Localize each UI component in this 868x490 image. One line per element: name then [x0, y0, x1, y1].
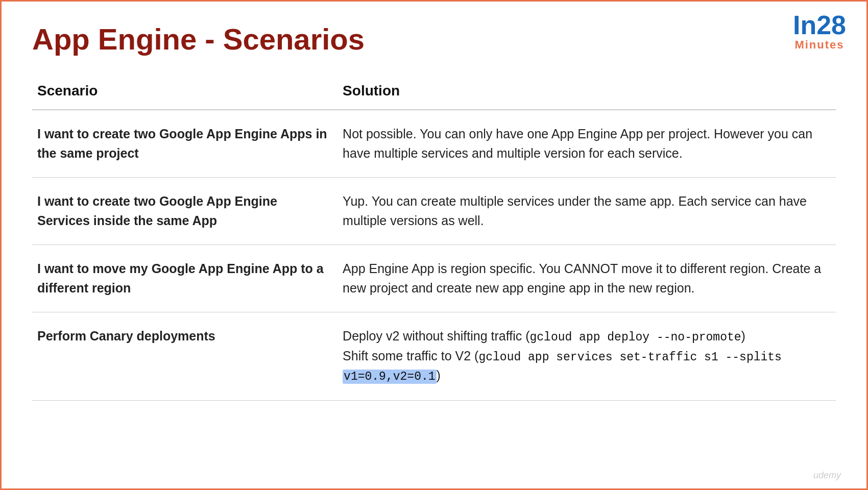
solution-highlight-splits: v1=0.9,v2=0.1 [343, 370, 436, 384]
solution-text-deploy: Deploy v2 without shifting traffic ( [343, 329, 529, 343]
table-row: I want to create two Google App Engine A… [32, 110, 836, 178]
brand-minutes: Minutes [793, 38, 846, 52]
solution-code-deploy: gcloud app deploy --no-promote [529, 331, 741, 344]
brand-logo: In28 Minutes [793, 12, 846, 52]
solution-cell-3: App Engine App is region specific. You C… [337, 245, 836, 312]
solution-text-close-paren2: ) [437, 368, 441, 382]
page-title: App Engine - Scenarios [32, 22, 836, 56]
col-header-scenario: Scenario [32, 77, 337, 110]
page-container: In28 Minutes App Engine - Scenarios Scen… [2, 2, 866, 488]
solution-text-close-paren: ) [741, 329, 745, 343]
solution-cell-2: Yup. You can create multiple services un… [337, 178, 836, 245]
scenario-cell-4: Perform Canary deployments [32, 312, 337, 401]
scenario-cell-2: I want to create two Google App Engine S… [32, 178, 337, 245]
col-header-solution: Solution [337, 77, 836, 110]
scenario-cell-3: I want to move my Google App Engine App … [32, 245, 337, 312]
table-row: Perform Canary deployments Deploy v2 wit… [32, 312, 836, 401]
brand-in28: In28 [793, 12, 846, 38]
scenario-cell-1: I want to create two Google App Engine A… [32, 110, 337, 178]
scenarios-table: Scenario Solution I want to create two G… [32, 77, 836, 401]
solution-code-shift: gcloud app services set-traffic s1 --spl… [478, 351, 782, 364]
solution-cell-4: Deploy v2 without shifting traffic (gclo… [337, 312, 836, 401]
table-row: I want to create two Google App Engine S… [32, 178, 836, 245]
solution-text-shift: Shift some traffic to V2 ( [343, 349, 478, 363]
table-row: I want to move my Google App Engine App … [32, 245, 836, 312]
watermark: udemy [813, 470, 841, 481]
solution-cell-1: Not possible. You can only have one App … [337, 110, 836, 178]
